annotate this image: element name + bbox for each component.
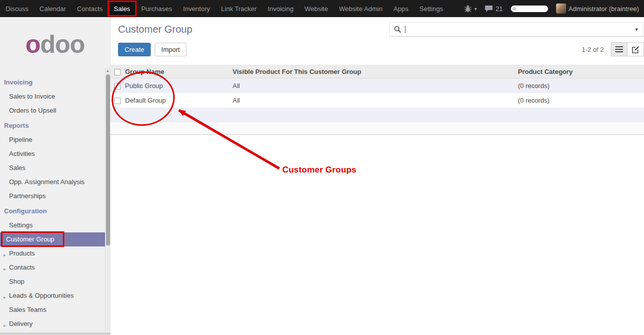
menu-contacts[interactable]: Contacts — [71, 0, 108, 17]
odoo-logo-rest: doo — [40, 30, 85, 59]
sidebar-item-partnerships[interactable]: Partnerships — [0, 189, 105, 203]
sidebar-item-pipeline[interactable]: Pipeline — [0, 133, 105, 147]
sidebar: odoo Invoicing Sales to Invoice Orders t… — [0, 17, 111, 335]
search-text-cursor — [405, 26, 405, 33]
sidebar-menu: Invoicing Sales to Invoice Orders to Ups… — [0, 71, 105, 331]
sidebar-section-reports[interactable]: Reports — [0, 118, 105, 133]
form-view-icon — [632, 46, 639, 53]
status-pill[interactable] — [511, 6, 548, 12]
page-title: Customer Group — [118, 24, 192, 35]
menu-inventory[interactable]: Inventory — [178, 0, 216, 17]
table-row-default-group[interactable]: Default Group All (0 records) — [111, 93, 644, 108]
expand-arrow-icon: ▸ — [4, 293, 6, 301]
select-all-checkbox[interactable] — [114, 69, 121, 75]
form-view-button[interactable] — [627, 42, 644, 56]
list-view-button[interactable] — [611, 42, 627, 56]
table-row-public-group[interactable]: Public Group All (0 records) — [111, 78, 644, 93]
row-checkbox[interactable] — [114, 98, 121, 104]
cell-visible-product[interactable]: All — [231, 93, 516, 108]
pager[interactable]: 1-2 of 2 — [582, 46, 604, 53]
horizontal-scrollbar-track — [0, 332, 111, 335]
cell-group-name[interactable]: Public Group — [124, 78, 231, 93]
debug-menu-button[interactable]: ▾ — [464, 5, 477, 13]
sidebar-item-customer-group[interactable]: Customer Group — [0, 232, 105, 246]
sidebar-section-invoicing[interactable]: Invoicing — [0, 74, 105, 90]
import-button[interactable]: Import — [155, 43, 186, 56]
empty-row — [111, 122, 644, 135]
table-header-row: Group Name Visible Product For This Cust… — [111, 65, 644, 78]
sidebar-item-leads-opportunities[interactable]: ▸ Leads & Opportunities — [0, 289, 105, 303]
top-menu: Discuss Calendar Contacts Sales Purchase… — [0, 0, 449, 17]
sidebar-item-sales[interactable]: Sales — [0, 161, 105, 175]
sidebar-scrollbar[interactable]: ▲ — [105, 67, 110, 332]
column-header-group-name[interactable]: Group Name — [124, 65, 231, 78]
caret-down-icon: ▾ — [474, 6, 477, 12]
sidebar-item-label: Customer Group — [6, 235, 54, 243]
cell-group-name[interactable]: Default Group — [124, 93, 231, 108]
sidebar-item-label: Contacts — [9, 264, 35, 271]
create-button[interactable]: Create — [118, 43, 151, 56]
sidebar-section-configuration[interactable]: Configuration — [0, 203, 105, 218]
search-options-caret-icon[interactable]: ▾ — [629, 26, 643, 33]
sidebar-item-label: Leads & Opportunities — [9, 292, 74, 299]
expand-arrow-icon: ▸ — [4, 321, 6, 329]
view-switcher — [611, 42, 644, 56]
menu-invoicing[interactable]: Invoicing — [262, 0, 299, 17]
cell-visible-product[interactable]: All — [231, 78, 516, 93]
cell-product-category[interactable]: (0 records) — [516, 78, 644, 93]
topbar: Discuss Calendar Contacts Sales Purchase… — [0, 0, 644, 17]
empty-row — [111, 108, 644, 122]
menu-discuss[interactable]: Discuss — [0, 0, 34, 17]
topbar-right: ▾ 21 Administrator (braintree) — [464, 0, 644, 17]
control-panel-top: Customer Group ▾ — [111, 17, 644, 37]
main-area: odoo Invoicing Sales to Invoice Orders t… — [0, 17, 644, 335]
chat-icon — [485, 5, 493, 13]
expand-arrow-icon: ▸ — [4, 265, 6, 273]
odoo-logo-first-letter: o — [25, 30, 40, 59]
control-panel-bottom: Create Import 1-2 of 2 — [111, 42, 644, 57]
messages-count-badge: 21 — [495, 5, 502, 13]
column-header-visible-product[interactable]: Visible Product For This Customer Group — [231, 65, 516, 78]
sidebar-item-settings[interactable]: Settings — [0, 218, 105, 232]
menu-sales[interactable]: Sales — [109, 0, 136, 17]
user-menu-button[interactable]: Administrator (braintree) — [556, 4, 639, 14]
content-panel: Customer Group ▾ Create Import — [111, 17, 644, 335]
sidebar-item-sales-teams[interactable]: Sales Teams — [0, 303, 105, 317]
menu-purchases[interactable]: Purchases — [136, 0, 177, 17]
sidebar-item-label: Delivery — [9, 320, 33, 327]
menu-apps[interactable]: Apps — [388, 0, 414, 17]
column-header-product-category[interactable]: Product Category — [516, 65, 644, 78]
search-icon — [394, 26, 401, 33]
list-view-icon — [615, 46, 623, 52]
bug-icon — [464, 5, 472, 13]
avatar — [556, 4, 566, 14]
pager-and-switcher: 1-2 of 2 — [582, 42, 644, 56]
user-name: Administrator (braintree) — [569, 5, 639, 13]
menu-calendar[interactable]: Calendar — [34, 0, 72, 17]
scrollbar-thumb[interactable] — [106, 74, 110, 245]
sidebar-item-contacts[interactable]: ▸ Contacts — [0, 261, 105, 275]
menu-settings[interactable]: Settings — [414, 0, 449, 17]
action-buttons: Create Import — [118, 43, 186, 56]
messages-menu-button[interactable]: 21 — [485, 5, 502, 13]
odoo-app: Discuss Calendar Contacts Sales Purchase… — [0, 0, 644, 335]
row-checkbox[interactable] — [114, 83, 121, 90]
customer-group-table: Group Name Visible Product For This Cust… — [111, 65, 644, 135]
sidebar-item-activities[interactable]: Activities — [0, 147, 105, 161]
scroll-up-button[interactable]: ▲ — [105, 67, 110, 74]
expand-arrow-icon: ▸ — [4, 251, 6, 259]
sidebar-item-orders-to-upsell[interactable]: Orders to Upsell — [0, 104, 105, 118]
odoo-logo[interactable]: odoo — [0, 17, 110, 71]
menu-link-tracker[interactable]: Link Tracker — [216, 0, 262, 17]
sidebar-item-label: Products — [9, 249, 35, 257]
cell-product-category[interactable]: (0 records) — [516, 93, 644, 108]
menu-website-admin[interactable]: Website Admin — [334, 0, 388, 17]
search-bar[interactable]: ▾ — [389, 22, 644, 37]
menu-sales-label: Sales — [114, 5, 131, 13]
sidebar-item-opp-assignment-analysis[interactable]: Opp. Assignment Analysis — [0, 175, 105, 189]
sidebar-item-sales-to-invoice[interactable]: Sales to Invoice — [0, 90, 105, 104]
sidebar-item-products[interactable]: ▸ Products — [0, 246, 105, 261]
sidebar-item-shop[interactable]: Shop — [0, 275, 105, 289]
sidebar-item-delivery[interactable]: ▸ Delivery — [0, 317, 105, 331]
menu-website[interactable]: Website — [299, 0, 334, 17]
